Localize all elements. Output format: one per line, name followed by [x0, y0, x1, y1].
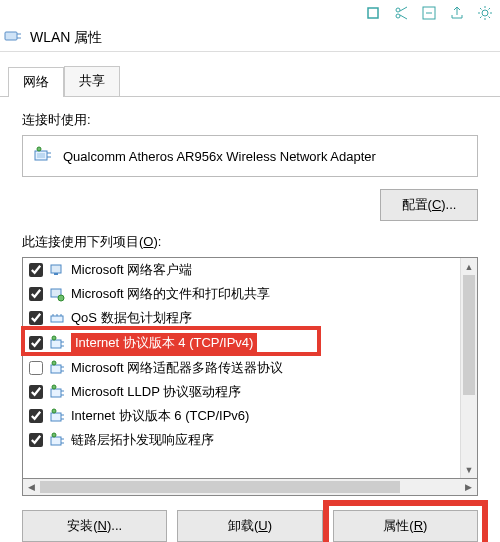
list-item[interactable]: Microsoft 网络适配器多路传送器协议 [23, 356, 460, 380]
client-icon [49, 262, 65, 278]
proto-icon [49, 335, 65, 351]
uninstall-button[interactable]: 卸载(U) [177, 510, 322, 542]
scroll-track[interactable] [461, 275, 477, 461]
arrow-icon[interactable] [416, 2, 442, 24]
protocol-checkbox[interactable] [29, 361, 43, 375]
scroll-right-button[interactable]: ▶ [460, 479, 477, 495]
scroll-thumb[interactable] [463, 275, 475, 395]
protocol-checkbox[interactable] [29, 311, 43, 325]
install-button[interactable]: 安装(N)... [22, 510, 167, 542]
protocol-checkbox[interactable] [29, 263, 43, 277]
network-adapter-icon [4, 28, 22, 47]
protocol-checkbox[interactable] [29, 433, 43, 447]
square-icon[interactable] [360, 2, 386, 24]
share-icon [49, 286, 65, 302]
svg-point-17 [52, 361, 56, 365]
network-panel: 连接时使用: Qualcomm Atheros AR956x Wireless … [0, 97, 500, 542]
items-using-label: 此连接使用下列项目(O): [22, 233, 478, 251]
protocol-label: QoS 数据包计划程序 [71, 309, 192, 327]
svg-rect-16 [51, 365, 61, 373]
window-titlebar: WLAN 属性 [0, 22, 500, 52]
list-item[interactable]: Microsoft LLDP 协议驱动程序 [23, 380, 460, 404]
svg-point-12 [58, 295, 64, 301]
scissors-icon[interactable] [388, 2, 414, 24]
scroll-down-button[interactable]: ▼ [461, 461, 477, 478]
vertical-scrollbar[interactable]: ▲ ▼ [460, 258, 477, 478]
qos-icon [49, 310, 65, 326]
protocol-checkbox[interactable] [29, 336, 43, 350]
h-scroll-thumb[interactable] [40, 481, 400, 493]
svg-rect-0 [368, 8, 378, 18]
share-icon[interactable] [444, 2, 470, 24]
tab-sharing[interactable]: 共享 [64, 66, 120, 96]
protocol-list[interactable]: Microsoft 网络客户端Microsoft 网络的文件和打印机共享QoS … [22, 257, 478, 479]
list-item[interactable]: Microsoft 网络客户端 [23, 258, 460, 282]
svg-point-23 [52, 433, 56, 437]
svg-point-4 [482, 10, 488, 16]
svg-rect-18 [51, 389, 61, 397]
protocol-label: Microsoft 网络的文件和打印机共享 [71, 285, 270, 303]
list-item[interactable]: QoS 数据包计划程序 [23, 306, 460, 330]
protocol-label: Internet 协议版本 6 (TCP/IPv6) [71, 407, 249, 425]
protocol-checkbox[interactable] [29, 287, 43, 301]
gear-icon[interactable] [472, 2, 498, 24]
list-item[interactable]: Microsoft 网络的文件和打印机共享 [23, 282, 460, 306]
svg-rect-14 [51, 340, 61, 348]
connect-using-label: 连接时使用: [22, 111, 478, 129]
protocol-label: 链路层拓扑发现响应程序 [71, 431, 214, 449]
svg-point-1 [396, 8, 400, 12]
proto-icon [49, 408, 65, 424]
svg-rect-20 [51, 413, 61, 421]
properties-button[interactable]: 属性(R) [333, 510, 478, 542]
protocol-label: Microsoft 网络客户端 [71, 261, 192, 279]
horizontal-scrollbar[interactable]: ◀ ▶ [22, 479, 478, 496]
configure-button[interactable]: 配置(C)... [380, 189, 478, 221]
svg-point-2 [396, 14, 400, 18]
list-item-selected[interactable]: Internet 协议版本 4 (TCP/IPv4) [23, 330, 460, 356]
svg-rect-13 [51, 316, 63, 322]
svg-point-8 [37, 147, 41, 151]
adapter-name: Qualcomm Atheros AR956x Wireless Network… [63, 149, 376, 164]
svg-rect-9 [51, 265, 61, 273]
proto-icon [49, 432, 65, 448]
proto-icon [49, 360, 65, 376]
protocol-label: Microsoft LLDP 协议驱动程序 [71, 383, 241, 401]
scroll-up-button[interactable]: ▲ [461, 258, 477, 275]
protocol-label: Microsoft 网络适配器多路传送器协议 [71, 359, 283, 377]
protocol-checkbox[interactable] [29, 409, 43, 423]
svg-point-19 [52, 385, 56, 389]
host-toolbar [358, 0, 500, 26]
svg-point-21 [52, 409, 56, 413]
svg-rect-10 [54, 273, 58, 275]
adapter-field[interactable]: Qualcomm Atheros AR956x Wireless Network… [22, 135, 478, 177]
window-title: WLAN 属性 [30, 29, 102, 47]
svg-point-15 [52, 336, 56, 340]
svg-rect-7 [37, 153, 45, 158]
svg-rect-5 [5, 32, 17, 40]
adapter-icon [33, 146, 53, 167]
list-item[interactable]: 链路层拓扑发现响应程序 [23, 428, 460, 452]
list-item[interactable]: Internet 协议版本 6 (TCP/IPv6) [23, 404, 460, 428]
proto-icon [49, 384, 65, 400]
tab-network[interactable]: 网络 [8, 67, 64, 97]
protocol-checkbox[interactable] [29, 385, 43, 399]
svg-rect-22 [51, 437, 61, 445]
scroll-left-button[interactable]: ◀ [23, 479, 40, 495]
protocol-label: Internet 协议版本 4 (TCP/IPv4) [71, 333, 257, 353]
tab-strip: 网络 共享 [0, 66, 500, 97]
